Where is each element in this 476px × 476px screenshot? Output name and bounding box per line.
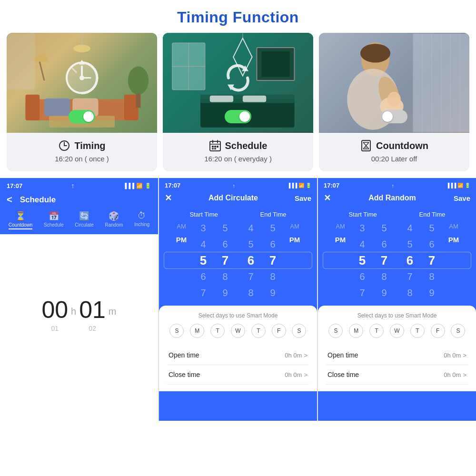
phone3-title: Add Random bbox=[368, 194, 416, 202]
start-ampm-col[interactable]: AM PM bbox=[170, 220, 192, 301]
phone3-open-time-value: 0h 0m > bbox=[444, 352, 466, 359]
phone2-start-label: Start Time bbox=[189, 211, 218, 218]
phone2-end-label: End Time bbox=[260, 211, 287, 218]
phone3-end-label: End Time bbox=[419, 211, 446, 218]
tab-countdown[interactable]: ⏳ Countdown bbox=[9, 211, 33, 229]
day-s1[interactable]: S bbox=[169, 324, 184, 338]
back-button[interactable]: < bbox=[7, 194, 12, 205]
end-ampm-col[interactable]: AM PM bbox=[284, 220, 306, 301]
timing-card: Timing 16:20 on ( once ) bbox=[7, 33, 157, 171]
phone2-open-time-row[interactable]: Open time 0h 0m > bbox=[167, 346, 309, 365]
svg-point-56 bbox=[387, 92, 401, 107]
schedule-card-body: Schedule 16:20 on ( everyday ) bbox=[199, 133, 277, 171]
phone2-close-time-row[interactable]: Close time 0h 0m > bbox=[167, 365, 309, 385]
p3-start-min-col[interactable]: 5 6 7 8 9 bbox=[373, 220, 395, 301]
timing-feature-title: Timing bbox=[55, 139, 109, 152]
tab-inching[interactable]: ⏱ Inching bbox=[134, 211, 149, 229]
phone2-time-cols: AM PM 3 4 5 6 7 5 6 7 8 bbox=[159, 220, 317, 301]
phone3: 17:07 ↑ ▐▐▐ 📶 🔋 ✕ Add Random Save Start … bbox=[318, 178, 476, 421]
day-s2[interactable]: S bbox=[292, 324, 306, 338]
svg-rect-40 bbox=[214, 146, 216, 148]
phone2: 17:07 ↑ ▐▐▐ 📶 🔋 ✕ Add Circulate Save Sta… bbox=[159, 178, 318, 421]
phone2-days-title: Select days to use Smart Mode bbox=[167, 312, 309, 319]
svg-rect-41 bbox=[217, 146, 218, 148]
p3-day-s1[interactable]: S bbox=[328, 324, 343, 338]
day-m[interactable]: M bbox=[190, 324, 204, 338]
p3-day-f[interactable]: F bbox=[431, 324, 445, 338]
svg-line-10 bbox=[40, 62, 44, 81]
close-time-chevron: > bbox=[304, 371, 307, 378]
phone1-header: < Schedule bbox=[0, 191, 158, 211]
phone2-days-row: S M T W T F S bbox=[167, 324, 309, 338]
p3-open-time-label: Open time bbox=[327, 351, 358, 359]
countdown-card: Countdown 00:20 Later off bbox=[319, 33, 469, 171]
tab-random[interactable]: 🎲 Random bbox=[105, 211, 123, 229]
svg-rect-43 bbox=[214, 148, 216, 149]
end-min-col[interactable]: 5 6 7 8 9 bbox=[262, 220, 284, 301]
page-title: Timing Function bbox=[0, 0, 476, 33]
start-hour-col[interactable]: 3 4 5 6 7 bbox=[192, 220, 214, 301]
phone2-save-button[interactable]: Save bbox=[295, 194, 311, 202]
p3-end-hour-col[interactable]: 4 5 6 7 8 bbox=[399, 220, 421, 301]
day-f[interactable]: F bbox=[272, 324, 286, 338]
hours-unit: h bbox=[71, 306, 76, 332]
top-cards-section: Timing 16:20 on ( once ) bbox=[0, 33, 476, 171]
countdown-toggle[interactable] bbox=[381, 110, 407, 123]
p3-start-hour-col[interactable]: 3 4 5 6 7 bbox=[351, 220, 373, 301]
countdown-card-body: Countdown 00:20 Later off bbox=[355, 133, 433, 171]
phone3-status-icons: ▐▐▐ 📶 🔋 bbox=[446, 183, 470, 188]
svg-rect-5 bbox=[44, 99, 70, 117]
phone3-status-bar: 17:07 ↑ ▐▐▐ 📶 🔋 bbox=[318, 178, 476, 191]
phone1-time: 17:07 bbox=[7, 182, 22, 189]
phone2-title: Add Circulate bbox=[208, 194, 258, 202]
p3-start-ampm-col[interactable]: AM PM bbox=[329, 220, 351, 301]
countdown-display: 00 01 h 01 02 m bbox=[0, 296, 158, 332]
countdown-toggle-knob bbox=[382, 111, 393, 122]
day-t2[interactable]: T bbox=[251, 324, 266, 338]
svg-point-52 bbox=[360, 44, 390, 63]
phone1-content: 00 01 h 01 02 m bbox=[0, 296, 158, 332]
day-t1[interactable]: T bbox=[210, 324, 225, 338]
phone3-close-time-value: 0h 0m > bbox=[444, 371, 466, 378]
phone3-close-time-row[interactable]: Close time 0h 0m > bbox=[326, 365, 468, 385]
phone2-open-time-value: 0h 0m > bbox=[285, 352, 307, 359]
svg-point-1 bbox=[73, 45, 90, 52]
phone3-days-title: Select days to use Smart Mode bbox=[326, 312, 468, 319]
schedule-toggle-knob bbox=[239, 111, 250, 122]
p3-day-t1[interactable]: T bbox=[369, 324, 384, 338]
phone3-close-button[interactable]: ✕ bbox=[324, 193, 331, 203]
circulate-icon bbox=[219, 59, 257, 97]
svg-rect-39 bbox=[212, 146, 214, 148]
countdown-hours-below: 01 bbox=[41, 325, 68, 332]
p3-day-m[interactable]: M bbox=[349, 324, 363, 338]
countdown-hours: 00 bbox=[41, 296, 68, 324]
phone3-open-time-row[interactable]: Open time 0h 0m > bbox=[326, 346, 468, 365]
start-min-col[interactable]: 5 6 7 8 9 bbox=[214, 220, 236, 301]
inching-tab-label: Inching bbox=[134, 222, 149, 227]
p3-end-ampm-col[interactable]: AM PM bbox=[443, 220, 465, 301]
p3-day-w[interactable]: W bbox=[390, 324, 404, 338]
phone2-time-labels: Start Time End Time bbox=[159, 211, 317, 218]
day-w[interactable]: W bbox=[231, 324, 245, 338]
schedule-desc: 16:20 on ( everyday ) bbox=[204, 155, 272, 163]
countdown-image bbox=[319, 33, 469, 133]
timing-toggle-knob bbox=[83, 111, 94, 122]
p3-day-t2[interactable]: T bbox=[410, 324, 425, 338]
circulate-tab-label: Circulate bbox=[75, 222, 93, 228]
phone3-start-label: Start Time bbox=[348, 211, 377, 218]
phone1-tabs: ⏳ Countdown 📅 Schedule 🔄 Circulate 🎲 Ran… bbox=[0, 211, 158, 234]
end-hour-col[interactable]: 4 5 6 7 8 bbox=[240, 220, 262, 301]
phone3-header: ✕ Add Random Save bbox=[318, 191, 476, 208]
timing-toggle[interactable] bbox=[69, 110, 95, 123]
close-time-label: Close time bbox=[169, 371, 200, 378]
open-time-chevron: > bbox=[304, 352, 307, 359]
phone3-save-button[interactable]: Save bbox=[454, 194, 470, 202]
p3-end-min-col[interactable]: 5 6 7 8 9 bbox=[421, 220, 443, 301]
schedule-toggle[interactable] bbox=[225, 110, 251, 123]
p3-day-s2[interactable]: S bbox=[451, 324, 465, 338]
tab-circulate[interactable]: 🔄 Circulate bbox=[75, 211, 93, 229]
timing-card-body: Timing 16:20 on ( once ) bbox=[50, 133, 113, 171]
random-tab-label: Random bbox=[105, 222, 123, 228]
tab-schedule[interactable]: 📅 Schedule bbox=[44, 211, 64, 229]
phone2-close-button[interactable]: ✕ bbox=[165, 193, 172, 203]
